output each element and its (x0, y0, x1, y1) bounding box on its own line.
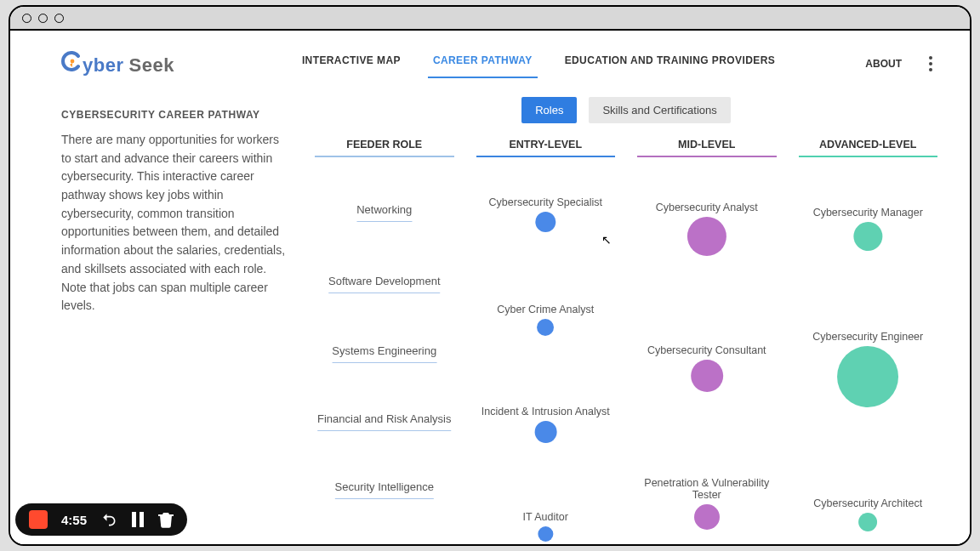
feeder-software-dev[interactable]: Software Development (328, 275, 441, 293)
bubble-icon (535, 212, 556, 232)
sidebar: CYBERSECURITY CAREER PATHWAY There are m… (61, 94, 291, 531)
node-cyber-engineer[interactable]: Cybersecurity Engineer (812, 331, 923, 407)
bubble-icon (694, 504, 720, 530)
colhead-feeder: FEEDER ROLE (308, 139, 461, 157)
feeder-security-int[interactable]: Security Intelligence (335, 480, 434, 499)
page-content: yber Seek INTERACTIVE MAP CAREER PATHWAY… (10, 31, 970, 544)
col-feeder: Networking Software Development Systems … (308, 174, 461, 531)
node-pentester[interactable]: Penetration & Vulnerability Tester (639, 477, 775, 530)
col-entry: Cybersecurity Specialist Cyber Crime Ana… (470, 174, 623, 531)
main-area: CYBERSECURITY CAREER PATHWAY There are m… (10, 85, 970, 531)
node-cyber-architect[interactable]: Cybersecurity Architect (813, 497, 922, 531)
nav-interactive-map[interactable]: INTERACTIVE MAP (302, 49, 401, 78)
pause-icon[interactable] (131, 512, 145, 527)
toggle-skills[interactable]: Skills and Certifications (589, 97, 730, 123)
bubble-icon (687, 217, 726, 256)
nav-right: ABOUT (865, 53, 936, 75)
node-label: Cyber Crime Analyst (497, 304, 594, 315)
col-adv: Cybersecurity Manager Cybersecurity Engi… (792, 174, 945, 531)
kebab-menu-icon[interactable] (926, 53, 936, 75)
logo-text-2: Seek (128, 54, 174, 77)
site-logo[interactable]: yber Seek (61, 51, 174, 77)
toggle-roles[interactable]: Roles (521, 97, 577, 123)
pathway-chart: Roles Skills and Certifications FEEDER R… (308, 94, 944, 531)
colhead-adv: ADVANCED-LEVEL (792, 139, 945, 157)
node-label: Incident & Intrusion Analyst (481, 406, 610, 418)
window-zoom-icon[interactable] (54, 14, 64, 23)
trash-icon[interactable] (158, 511, 174, 528)
sidebar-body: There are many opportunities for workers… (61, 131, 291, 315)
node-label: Cybersecurity Analyst (656, 202, 758, 213)
node-cybercrime-analyst[interactable]: Cyber Crime Analyst (497, 304, 594, 336)
bubble-icon (858, 513, 877, 531)
window-titlebar (10, 7, 970, 31)
recording-toolbar: 4:55 (15, 503, 187, 536)
node-label: Cybersecurity Engineer (812, 331, 923, 343)
svg-point-0 (71, 60, 75, 64)
bubble-icon (837, 346, 898, 407)
bubble-icon (537, 319, 554, 336)
browser-window: yber Seek INTERACTIVE MAP CAREER PATHWAY… (9, 5, 971, 546)
node-label: Penetration & Vulnerability Tester (639, 477, 775, 501)
node-label: Cybersecurity Manager (813, 207, 923, 219)
nav-about[interactable]: ABOUT (865, 58, 902, 70)
record-stop-button[interactable] (29, 510, 48, 529)
colhead-mid: MID-LEVEL (630, 139, 783, 157)
svg-rect-1 (132, 512, 136, 527)
feeder-networking[interactable]: Networking (356, 203, 412, 222)
bubble-icon (538, 526, 553, 542)
node-label: Cybersecurity Consultant (647, 344, 766, 356)
node-cyber-manager[interactable]: Cybersecurity Manager (813, 207, 923, 251)
logo-c-icon (61, 51, 82, 71)
node-incident-analyst[interactable]: Incident & Intrusion Analyst (481, 406, 610, 443)
colhead-entry: ENTRY-LEVEL (470, 139, 623, 157)
node-cyber-consultant[interactable]: Cybersecurity Consultant (647, 344, 766, 392)
column-bodies: Networking Software Development Systems … (308, 174, 944, 531)
nav-career-pathway[interactable]: CAREER PATHWAY (433, 49, 533, 78)
window-minimize-icon[interactable] (38, 14, 48, 23)
sidebar-title: CYBERSECURITY CAREER PATHWAY (61, 109, 291, 121)
bubble-icon (534, 421, 556, 443)
view-toggle: Roles Skills and Certifications (308, 97, 944, 123)
feeder-financial[interactable]: Financial and Risk Analysis (317, 412, 452, 431)
node-cyber-analyst[interactable]: Cybersecurity Analyst (656, 202, 758, 256)
nav-links: INTERACTIVE MAP CAREER PATHWAY EDUCATION… (302, 49, 775, 78)
column-headers: FEEDER ROLE ENTRY-LEVEL MID-LEVEL ADVANC… (308, 139, 944, 174)
record-time: 4:55 (61, 513, 87, 527)
node-cyber-specialist[interactable]: Cybersecurity Specialist (489, 196, 602, 232)
node-label: IT Auditor (523, 511, 568, 523)
node-it-auditor[interactable]: IT Auditor (523, 511, 568, 542)
feeder-systems-eng[interactable]: Systems Engineering (332, 344, 436, 363)
window-close-icon[interactable] (22, 14, 31, 23)
top-nav: yber Seek INTERACTIVE MAP CAREER PATHWAY… (10, 31, 970, 85)
undo-icon[interactable] (100, 511, 117, 528)
node-label: Cybersecurity Specialist (489, 196, 602, 208)
svg-rect-2 (140, 512, 144, 527)
node-label: Cybersecurity Architect (813, 497, 922, 509)
bubble-icon (691, 360, 723, 392)
logo-text-1: yber (83, 54, 123, 77)
bubble-icon (853, 222, 882, 251)
col-mid: Cybersecurity Analyst Cybersecurity Cons… (630, 174, 783, 531)
nav-education-providers[interactable]: EDUCATION AND TRAINING PROVIDERS (565, 49, 775, 78)
